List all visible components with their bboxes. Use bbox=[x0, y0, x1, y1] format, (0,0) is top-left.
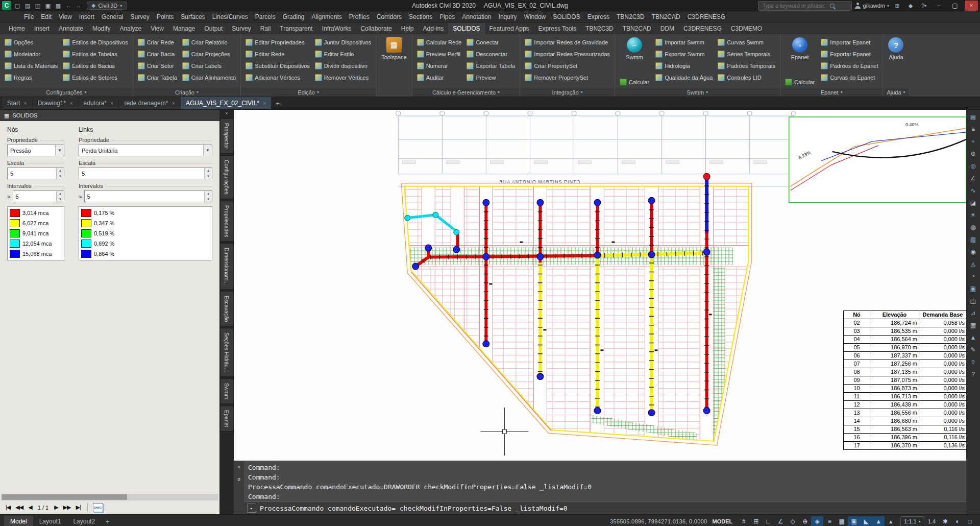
layer-properties-icon[interactable]: ≡ bbox=[969, 125, 978, 133]
model-space-indicator[interactable]: MODEL bbox=[712, 518, 732, 524]
object-snap-tracking-icon[interactable]: ⊕ bbox=[799, 516, 811, 526]
spinner-arrows[interactable]: ▲▼ bbox=[56, 168, 64, 179]
swmm-button[interactable]: ~ Swmm bbox=[618, 36, 651, 61]
ribbon-button[interactable]: Estilos de Setores bbox=[61, 71, 129, 83]
search-icon[interactable] bbox=[830, 4, 835, 8]
ribbon-button[interactable]: Criar Labels bbox=[181, 60, 237, 71]
next-group-button[interactable]: ▶▶ bbox=[62, 504, 72, 511]
palette-side-tab[interactable]: Configurações bbox=[220, 155, 233, 199]
toolspace-button[interactable]: ▦ Toolspace bbox=[379, 36, 409, 61]
ribbon-button[interactable]: Exportar Epanet bbox=[819, 48, 879, 60]
dynamic-ucs-icon[interactable]: ◣ bbox=[860, 516, 872, 526]
ribbon-button[interactable]: Curvas do Epanet bbox=[819, 71, 879, 83]
first-page-button[interactable]: |◀ bbox=[4, 504, 12, 511]
ribbon-button[interactable]: Remover Vértices bbox=[313, 71, 373, 83]
command-history[interactable]: Command:Command:ProcessaCommando comando… bbox=[244, 461, 966, 501]
ribbon-tab[interactable]: Insert bbox=[30, 23, 54, 34]
ribbon-button[interactable]: Criar Alinhamento bbox=[181, 71, 237, 83]
links-escala-spinner[interactable]: 5 ▲▼ bbox=[79, 168, 212, 179]
materials-icon[interactable]: ▨ bbox=[969, 235, 978, 244]
ribbon-tab[interactable]: Output bbox=[200, 23, 227, 34]
epanet-calcular-button[interactable]: Calcular bbox=[783, 79, 816, 86]
prev-group-button[interactable]: ◀◀ bbox=[14, 504, 24, 511]
selection-cycling-icon[interactable]: ▣ bbox=[848, 516, 860, 526]
new-drawing-tab-button[interactable]: + bbox=[272, 97, 284, 109]
help-menu[interactable]: ?▾ bbox=[919, 1, 929, 10]
menu-item[interactable]: Points bbox=[153, 13, 177, 20]
scrollbar-thumb[interactable] bbox=[2, 494, 127, 500]
close-icon[interactable]: × bbox=[23, 100, 27, 106]
nos-intervalos-spinner[interactable]: 5 ▲▼ bbox=[13, 190, 64, 202]
palette-horizontal-scrollbar[interactable] bbox=[2, 494, 218, 500]
ribbon-button[interactable]: Desconectar bbox=[465, 48, 517, 60]
next-page-button[interactable]: ▶ bbox=[53, 504, 59, 511]
ribbon-button[interactable]: Importar Redes Pressurizadas bbox=[523, 48, 611, 60]
spinner-arrows[interactable]: ▲▼ bbox=[204, 191, 212, 202]
ribbon-tab[interactable]: InfraWorks bbox=[317, 23, 356, 34]
isodraft-icon[interactable]: ◇ bbox=[787, 516, 799, 526]
ribbon-tab[interactable]: Annotate bbox=[54, 23, 88, 34]
ribbon-button[interactable]: Criar Tabela bbox=[136, 71, 179, 83]
panel-footer[interactable]: Integração▾ bbox=[520, 88, 615, 97]
annotation-scale-icon[interactable]: ▲ bbox=[969, 333, 978, 342]
ribbon-tab[interactable]: Add-ins bbox=[418, 23, 448, 34]
zoom-extents-icon[interactable]: ⊕ bbox=[969, 149, 978, 158]
help-icon[interactable]: ? bbox=[969, 370, 978, 378]
alert-icon[interactable]: ◆ bbox=[905, 1, 916, 10]
menu-item[interactable]: View bbox=[55, 13, 76, 20]
workspace-switcher[interactable]: ✱ Civil 3D ▾ bbox=[87, 2, 127, 10]
ribbon-button[interactable]: Auditar bbox=[415, 71, 463, 83]
ribbon-tab[interactable]: TBN2C3D bbox=[581, 23, 618, 34]
ribbon-tab[interactable]: Express Tools bbox=[534, 23, 581, 34]
minimize-button[interactable]: – bbox=[932, 1, 945, 11]
menu-item[interactable]: Corridors bbox=[373, 13, 405, 20]
command-input-row[interactable]: ▸ ProcessaCommando comandoExecutado= che… bbox=[244, 501, 966, 514]
ribbon-button[interactable]: Preview Perfil bbox=[415, 48, 463, 60]
ribbon-tab[interactable]: TBN2CAD bbox=[618, 23, 656, 34]
links-propriedade-select[interactable]: Perda Unitária ▼ bbox=[79, 145, 212, 156]
ribbon-button[interactable]: Importar Redes de Gravidade bbox=[523, 36, 611, 48]
menu-item[interactable]: C3DRENESG bbox=[684, 13, 729, 20]
menu-item[interactable]: Sections bbox=[405, 13, 436, 20]
eraser-icon[interactable]: ◊ bbox=[969, 357, 978, 366]
palette-side-tab[interactable]: Epanet bbox=[220, 405, 233, 432]
spinner-arrows[interactable]: ▲▼ bbox=[56, 191, 64, 202]
palette-header[interactable]: ▦ SOLIDOS bbox=[0, 110, 219, 121]
menu-item[interactable]: Lines/Curves bbox=[209, 13, 252, 20]
ribbon-button[interactable]: Criar Relatório bbox=[181, 36, 237, 48]
close-icon[interactable]: × bbox=[69, 100, 72, 106]
isolate-objects-icon[interactable]: ◐ bbox=[951, 516, 964, 526]
object-snap-icon[interactable]: ◈ bbox=[811, 516, 823, 526]
panel-footer[interactable]: Cálculo e Gerenciamento▾ bbox=[412, 88, 520, 97]
links-intervalos-spinner[interactable]: 5 ▲▼ bbox=[84, 190, 212, 202]
ribbon-button[interactable]: Estilos de Tabelas bbox=[61, 48, 129, 60]
menu-item[interactable]: Insert bbox=[76, 13, 98, 20]
grid-icon[interactable]: # bbox=[738, 516, 750, 526]
customize-icon[interactable]: ¤ bbox=[237, 476, 240, 482]
ribbon-tab[interactable]: Modify bbox=[88, 23, 115, 34]
ribbon-tab[interactable]: Collaborate bbox=[356, 23, 396, 34]
menu-item[interactable]: Surfaces bbox=[177, 13, 208, 20]
ribbon-button[interactable]: Importar Swmm bbox=[654, 36, 714, 48]
ribbon-button[interactable]: Criar Rede bbox=[136, 36, 179, 48]
ribbon-button[interactable]: Séries Temporais bbox=[716, 48, 777, 60]
ribbon-button[interactable]: Dividir dispositivo bbox=[313, 60, 373, 71]
close-icon[interactable]: × bbox=[263, 100, 266, 106]
ribbon-button[interactable]: Exportar Swmm bbox=[654, 48, 714, 60]
autoscale-icon[interactable]: ▴ bbox=[885, 516, 897, 526]
menu-item[interactable]: Parcels bbox=[252, 13, 279, 20]
ribbon-tab[interactable]: Help bbox=[397, 23, 419, 34]
ribbon-button[interactable]: Numerar bbox=[415, 60, 463, 71]
properties-palette-icon[interactable]: ▤ bbox=[969, 112, 978, 121]
polyline-icon[interactable]: ∿ bbox=[969, 186, 978, 195]
steering-wheel-icon[interactable]: ◔ bbox=[969, 272, 978, 280]
last-page-button[interactable]: ▶| bbox=[75, 504, 82, 511]
ribbon-button[interactable]: Exportar Tabela bbox=[465, 60, 517, 71]
app-store-icon[interactable]: ⊞ bbox=[892, 1, 902, 10]
ribbon-button[interactable]: Hidrologia bbox=[654, 60, 714, 71]
layout-tab[interactable]: Model bbox=[4, 516, 33, 526]
document-tab[interactable]: Drawing1* × bbox=[33, 97, 78, 109]
ajuda-button[interactable]: ? Ajuda bbox=[886, 36, 905, 61]
open-drawing-icon[interactable]: ▤ bbox=[22, 1, 33, 10]
ribbon-button[interactable]: Lista de Materiais bbox=[3, 60, 59, 71]
